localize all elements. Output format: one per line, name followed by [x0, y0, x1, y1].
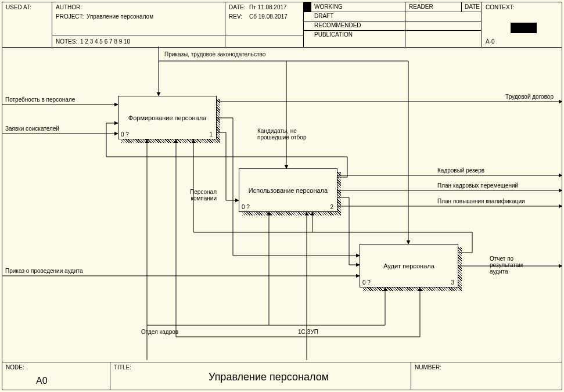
reader-date-label: DATE	[465, 3, 480, 10]
context-thumbnail	[511, 23, 537, 33]
activity-box-1: Формирование персонала 0 ? 1	[118, 96, 217, 139]
label-a1out: Трудовой договор	[505, 93, 554, 100]
number-label: NUMBER:	[415, 364, 441, 371]
context-value: A-0	[486, 38, 495, 45]
status-draft: DRAFT	[314, 13, 333, 19]
rev-value: Сб 19.08.2017	[249, 13, 288, 20]
label-control: Приказы, трудовое законодательство	[164, 51, 265, 57]
label-a3out: Отчет по результатам аудита	[490, 256, 536, 275]
label-mech2: 1С.ЗУП	[298, 329, 318, 335]
node-label: NODE:	[6, 364, 24, 371]
node-value: A0	[36, 376, 48, 386]
label-a2out1: Кадровый резерв	[437, 167, 484, 174]
activity-1-rightnum: 1	[209, 131, 213, 138]
reader-label: READER	[409, 3, 433, 10]
notes-values: 1 2 3 4 5 6 7 8 9 10	[80, 38, 130, 45]
diagram-canvas: Формирование персонала 0 ? 1 Использован…	[2, 46, 562, 360]
label-personnel: Персонал компании	[176, 189, 217, 202]
activity-1-leftnum: 0 ?	[121, 131, 129, 138]
label-in1: Потребность в персонале	[5, 96, 75, 103]
label-in2: Заявки соискателей	[5, 125, 59, 132]
date-label: DATE:	[229, 4, 246, 10]
activity-box-3: Аудит персонала 0 ? 3	[360, 244, 458, 287]
rev-label: REV:	[229, 13, 242, 20]
activity-2-rightnum: 2	[330, 204, 333, 210]
status-recommended: RECOMMENDED	[314, 22, 361, 28]
author-label: AUTHOR:	[56, 4, 82, 10]
context-label: CONTEXT:	[486, 4, 514, 10]
project-value: Управление персоналом	[87, 13, 153, 20]
status-working: WORKING	[314, 3, 343, 10]
label-a2out3: План повышения квалификации	[437, 198, 525, 204]
label-mech1: Отдел кадров	[141, 329, 178, 335]
notes-label: NOTES:	[56, 38, 77, 45]
status-publication: PUBLICATION	[314, 31, 353, 38]
activity-box-2: Использование персонала 0 ? 2	[239, 168, 337, 212]
title-value: Управление персоналом	[209, 371, 329, 383]
title-label: TITLE:	[114, 364, 131, 371]
activity-2-leftnum: 0 ?	[242, 204, 250, 210]
date-value: Пт 11.08.2017	[249, 4, 287, 10]
activity-2-name: Использование персонала	[249, 187, 328, 194]
project-label: PROJECT:	[56, 13, 84, 20]
label-feedback: Кандидаты, не прошедшие отбор	[257, 128, 310, 141]
activity-1-name: Формирование персонала	[128, 114, 206, 121]
activity-3-name: Аудит персонала	[383, 262, 434, 269]
label-in3: Приказ о проведении аудита	[5, 268, 83, 274]
used-at-label: USED AT:	[6, 4, 31, 10]
label-a2out2: План кадровых перемещений	[437, 182, 518, 189]
status-marker	[303, 2, 311, 12]
activity-3-leftnum: 0 ?	[362, 279, 371, 286]
activity-3-rightnum: 3	[451, 279, 454, 286]
